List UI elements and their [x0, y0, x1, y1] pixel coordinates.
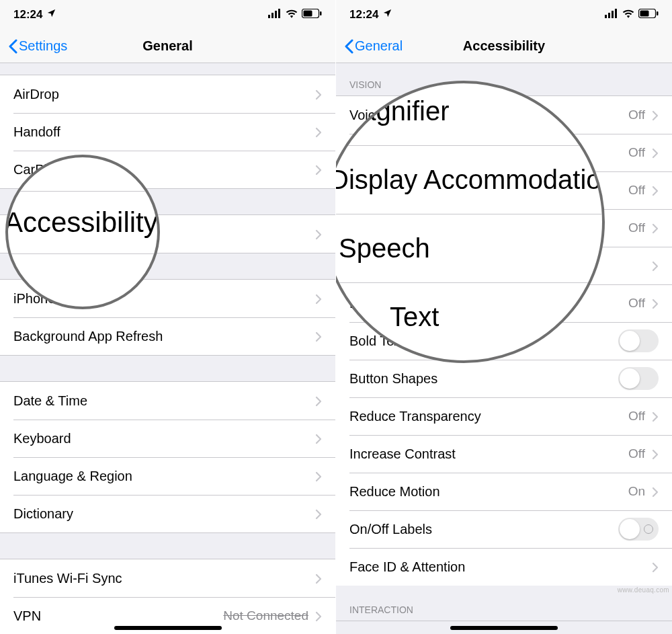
svg-rect-3: [278, 9, 280, 18]
back-button[interactable]: General: [344, 38, 403, 54]
svg-rect-2: [275, 11, 277, 18]
chevron-right-icon: [652, 185, 659, 196]
status-time: 12:24: [349, 8, 378, 22]
home-indicator: [450, 626, 558, 630]
svg-rect-7: [605, 15, 607, 18]
chevron-right-icon: [652, 223, 659, 233]
home-indicator: [114, 626, 222, 630]
row-value: Off: [628, 221, 645, 235]
chevron-right-icon: [315, 331, 322, 342]
row-onoff-labels[interactable]: On/Off Labels: [336, 510, 672, 548]
chevron-right-icon: [315, 573, 322, 584]
chevron-right-icon: [315, 395, 322, 406]
phone-general: 12:24 Se: [0, 0, 336, 634]
row-label: Reduce Transparency: [349, 409, 481, 424]
chevron-right-icon: [315, 471, 322, 481]
row-language-region[interactable]: Language & Region: [0, 457, 335, 495]
row-label: Button Shapes: [349, 371, 437, 387]
svg-rect-8: [608, 13, 610, 18]
chevron-left-icon: [8, 39, 17, 54]
lens-text: Speech: [336, 214, 605, 282]
row-label: On/Off Labels: [349, 522, 432, 537]
cellular-signal-icon: [268, 8, 282, 22]
chevron-right-icon: [652, 260, 659, 271]
back-button[interactable]: Settings: [8, 38, 67, 54]
svg-rect-10: [615, 9, 617, 18]
battery-icon: [302, 8, 322, 22]
row-value: Off: [628, 183, 645, 198]
row-value: Off: [628, 409, 645, 424]
chevron-right-icon: [652, 110, 659, 120]
svg-rect-6: [320, 11, 322, 15]
chevron-right-icon: [652, 561, 659, 572]
row-background-app-refresh[interactable]: Background App Refresh: [0, 317, 335, 355]
lens-text: Display Accommodations: [336, 146, 605, 214]
magnifier-lens-accessibility: Accessibility: [5, 155, 160, 309]
group-spacer: [0, 532, 335, 559]
svg-rect-5: [304, 11, 312, 17]
svg-rect-13: [657, 11, 659, 15]
chevron-right-icon: [315, 293, 322, 304]
chevron-right-icon: [652, 448, 659, 459]
row-keyboard[interactable]: Keyboard: [0, 420, 335, 457]
row-label: Handoff: [13, 124, 60, 140]
status-time: 12:24: [13, 8, 42, 22]
chevron-right-icon: [315, 508, 322, 519]
row-value: Off: [628, 296, 645, 311]
row-label: AirDrop: [13, 87, 59, 102]
row-value: Off: [628, 108, 645, 122]
row-label: Keyboard: [13, 431, 71, 446]
status-bar: 12:24: [0, 0, 335, 30]
watermark: www.deuaq.com: [618, 586, 669, 594]
row-increase-contrast[interactable]: Increase Contrast Off: [336, 435, 672, 473]
row-label: Face ID & Attention: [349, 559, 465, 575]
cellular-signal-icon: [605, 8, 618, 22]
toggle-switch[interactable]: [618, 367, 659, 390]
chevron-left-icon: [344, 39, 353, 54]
row-label: iTunes Wi-Fi Sync: [13, 571, 122, 586]
chevron-right-icon: [315, 229, 322, 239]
row-label: Reduce Motion: [349, 484, 440, 500]
row-dictionary[interactable]: Dictionary: [0, 495, 335, 532]
chevron-right-icon: [315, 433, 322, 444]
svg-rect-1: [271, 13, 274, 18]
lens-text: Accessibility: [5, 192, 160, 253]
row-label: Increase Contrast: [349, 446, 456, 462]
chevron-right-icon: [315, 164, 322, 175]
phone-accessibility: 12:24 Ge: [336, 0, 672, 634]
group-spacer: [0, 63, 335, 75]
row-reduce-transparency[interactable]: Reduce Transparency Off: [336, 397, 672, 435]
chevron-right-icon: [315, 126, 322, 137]
row-value: Off: [628, 145, 645, 160]
row-reduce-motion[interactable]: Reduce Motion On: [336, 473, 672, 510]
row-label: Language & Region: [13, 469, 132, 484]
chevron-right-icon: [315, 610, 322, 621]
group-spacer: [0, 355, 335, 382]
nav-bar: General Accessibility: [336, 30, 672, 63]
row-value: On: [628, 484, 645, 499]
row-label: Dictionary: [13, 506, 73, 522]
row-itunes-wifi-sync[interactable]: iTunes Wi-Fi Sync: [0, 559, 335, 597]
chevron-right-icon: [652, 147, 659, 158]
row-value: Not Connected: [223, 608, 308, 623]
settings-list: AirDrop Handoff CarPlay Accessibility iP…: [0, 63, 335, 634]
svg-rect-9: [612, 11, 614, 18]
chevron-right-icon: [315, 89, 322, 100]
row-label: Background App Refresh: [13, 329, 163, 344]
row-faceid-attention[interactable]: Face ID & Attention: [336, 548, 672, 586]
row-airdrop[interactable]: AirDrop: [0, 75, 335, 113]
row-value: Off: [628, 446, 645, 461]
chevron-right-icon: [652, 298, 659, 309]
chevron-right-icon: [652, 486, 659, 497]
toggle-switch[interactable]: [618, 518, 659, 541]
row-label: Date & Time: [13, 393, 87, 409]
row-date-time[interactable]: Date & Time: [0, 382, 335, 420]
battery-icon: [638, 8, 659, 22]
location-services-icon: [382, 8, 392, 22]
toggle-switch[interactable]: [618, 329, 659, 352]
back-label: Settings: [19, 38, 67, 54]
row-handoff[interactable]: Handoff: [0, 113, 335, 151]
wifi-icon: [286, 8, 298, 22]
row-button-shapes[interactable]: Button Shapes: [336, 360, 672, 397]
status-bar: 12:24: [336, 0, 672, 30]
